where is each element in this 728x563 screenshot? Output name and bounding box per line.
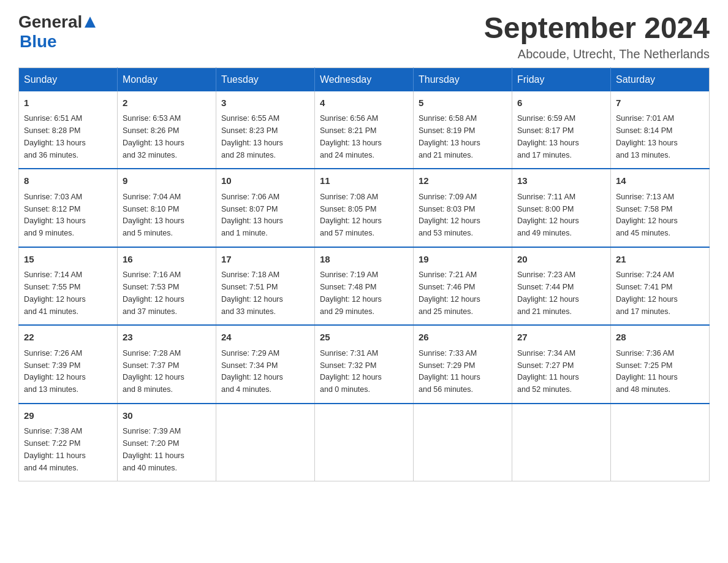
day-number: 23 bbox=[123, 331, 211, 345]
day-info: Sunrise: 7:19 AMSunset: 7:48 PMDaylight:… bbox=[320, 270, 382, 315]
day-number: 9 bbox=[123, 174, 211, 188]
day-info: Sunrise: 7:01 AMSunset: 8:14 PMDaylight:… bbox=[616, 114, 678, 159]
calendar-cell: 30 Sunrise: 7:39 AMSunset: 7:20 PMDaylig… bbox=[118, 404, 216, 481]
day-info: Sunrise: 7:18 AMSunset: 7:51 PMDaylight:… bbox=[221, 270, 283, 315]
calendar-cell: 22 Sunrise: 7:26 AMSunset: 7:39 PMDaylig… bbox=[19, 325, 118, 404]
calendar-cell: 20 Sunrise: 7:23 AMSunset: 7:44 PMDaylig… bbox=[512, 247, 611, 326]
calendar-cell: 13 Sunrise: 7:11 AMSunset: 8:00 PMDaylig… bbox=[512, 169, 611, 247]
day-number: 24 bbox=[221, 331, 309, 345]
calendar-cell: 3 Sunrise: 6:55 AMSunset: 8:23 PMDayligh… bbox=[216, 91, 315, 169]
calendar-cell: 21 Sunrise: 7:24 AMSunset: 7:41 PMDaylig… bbox=[611, 247, 710, 326]
logo-general: General bbox=[18, 12, 82, 32]
day-info: Sunrise: 7:04 AMSunset: 8:10 PMDaylight:… bbox=[123, 193, 184, 237]
day-number: 20 bbox=[517, 253, 605, 267]
logo-blue: Blue bbox=[20, 32, 57, 52]
day-number: 4 bbox=[320, 96, 408, 110]
day-number: 18 bbox=[320, 253, 408, 267]
calendar-header-row: Sunday Monday Tuesday Wednesday Thursday… bbox=[19, 67, 710, 91]
day-info: Sunrise: 7:38 AMSunset: 7:22 PMDaylight:… bbox=[24, 427, 86, 472]
col-tuesday: Tuesday bbox=[216, 67, 315, 91]
day-number: 14 bbox=[616, 174, 704, 188]
day-number: 12 bbox=[419, 174, 507, 188]
calendar-cell: 4 Sunrise: 6:56 AMSunset: 8:21 PMDayligh… bbox=[315, 91, 414, 169]
day-number: 6 bbox=[517, 96, 605, 110]
title-area: September 2024 Abcoude, Utrecht, The Net… bbox=[484, 12, 710, 61]
day-info: Sunrise: 7:26 AMSunset: 7:39 PMDaylight:… bbox=[24, 349, 86, 394]
day-info: Sunrise: 6:51 AMSunset: 8:28 PMDaylight:… bbox=[24, 114, 86, 159]
day-number: 21 bbox=[616, 253, 704, 267]
day-info: Sunrise: 7:24 AMSunset: 7:41 PMDaylight:… bbox=[616, 270, 678, 315]
calendar-cell: 23 Sunrise: 7:28 AMSunset: 7:37 PMDaylig… bbox=[118, 325, 216, 404]
day-info: Sunrise: 7:39 AMSunset: 7:20 PMDaylight:… bbox=[123, 427, 184, 472]
day-number: 3 bbox=[221, 96, 309, 110]
day-number: 27 bbox=[517, 331, 605, 345]
calendar-cell bbox=[315, 404, 414, 481]
location-title: Abcoude, Utrecht, The Netherlands bbox=[484, 47, 710, 61]
day-info: Sunrise: 7:08 AMSunset: 8:05 PMDaylight:… bbox=[320, 193, 382, 237]
day-number: 29 bbox=[24, 409, 112, 423]
day-info: Sunrise: 7:33 AMSunset: 7:29 PMDaylight:… bbox=[419, 349, 480, 394]
day-number: 19 bbox=[419, 253, 507, 267]
day-number: 10 bbox=[221, 174, 309, 188]
day-info: Sunrise: 7:31 AMSunset: 7:32 PMDaylight:… bbox=[320, 349, 382, 394]
day-number: 8 bbox=[24, 174, 112, 188]
day-info: Sunrise: 7:34 AMSunset: 7:27 PMDaylight:… bbox=[517, 349, 579, 394]
col-friday: Friday bbox=[512, 67, 611, 91]
calendar-cell: 2 Sunrise: 6:53 AMSunset: 8:26 PMDayligh… bbox=[118, 91, 216, 169]
calendar-cell: 27 Sunrise: 7:34 AMSunset: 7:27 PMDaylig… bbox=[512, 325, 611, 404]
calendar-cell: 26 Sunrise: 7:33 AMSunset: 7:29 PMDaylig… bbox=[414, 325, 512, 404]
calendar-cell: 1 Sunrise: 6:51 AMSunset: 8:28 PMDayligh… bbox=[19, 91, 118, 169]
calendar-cell bbox=[216, 404, 315, 481]
calendar-cell: 6 Sunrise: 6:59 AMSunset: 8:17 PMDayligh… bbox=[512, 91, 611, 169]
day-number: 25 bbox=[320, 331, 408, 345]
day-info: Sunrise: 7:06 AMSunset: 8:07 PMDaylight:… bbox=[221, 193, 283, 237]
calendar-week-row: 8 Sunrise: 7:03 AMSunset: 8:12 PMDayligh… bbox=[19, 169, 710, 247]
calendar-cell: 5 Sunrise: 6:58 AMSunset: 8:19 PMDayligh… bbox=[414, 91, 512, 169]
calendar-cell: 17 Sunrise: 7:18 AMSunset: 7:51 PMDaylig… bbox=[216, 247, 315, 326]
day-number: 7 bbox=[616, 96, 704, 110]
day-info: Sunrise: 6:55 AMSunset: 8:23 PMDaylight:… bbox=[221, 114, 283, 159]
logo: General Blue bbox=[18, 12, 97, 52]
day-info: Sunrise: 7:23 AMSunset: 7:44 PMDaylight:… bbox=[517, 270, 579, 315]
calendar-cell: 7 Sunrise: 7:01 AMSunset: 8:14 PMDayligh… bbox=[611, 91, 710, 169]
calendar-cell: 19 Sunrise: 7:21 AMSunset: 7:46 PMDaylig… bbox=[414, 247, 512, 326]
col-monday: Monday bbox=[118, 67, 216, 91]
day-number: 26 bbox=[419, 331, 507, 345]
day-info: Sunrise: 7:16 AMSunset: 7:53 PMDaylight:… bbox=[123, 270, 184, 315]
logo-icon bbox=[83, 15, 97, 29]
day-number: 1 bbox=[24, 96, 112, 110]
calendar-cell: 24 Sunrise: 7:29 AMSunset: 7:34 PMDaylig… bbox=[216, 325, 315, 404]
calendar-cell: 28 Sunrise: 7:36 AMSunset: 7:25 PMDaylig… bbox=[611, 325, 710, 404]
day-info: Sunrise: 7:21 AMSunset: 7:46 PMDaylight:… bbox=[419, 270, 480, 315]
calendar-cell bbox=[611, 404, 710, 481]
calendar-cell: 12 Sunrise: 7:09 AMSunset: 8:03 PMDaylig… bbox=[414, 169, 512, 247]
col-sunday: Sunday bbox=[19, 67, 118, 91]
col-thursday: Thursday bbox=[414, 67, 512, 91]
day-number: 16 bbox=[123, 253, 211, 267]
day-info: Sunrise: 7:09 AMSunset: 8:03 PMDaylight:… bbox=[419, 193, 480, 237]
day-info: Sunrise: 7:36 AMSunset: 7:25 PMDaylight:… bbox=[616, 349, 678, 394]
calendar-cell bbox=[512, 404, 611, 481]
calendar-week-row: 29 Sunrise: 7:38 AMSunset: 7:22 PMDaylig… bbox=[19, 404, 710, 481]
day-number: 17 bbox=[221, 253, 309, 267]
day-info: Sunrise: 7:28 AMSunset: 7:37 PMDaylight:… bbox=[123, 349, 184, 394]
day-info: Sunrise: 6:58 AMSunset: 8:19 PMDaylight:… bbox=[419, 114, 480, 159]
day-number: 15 bbox=[24, 253, 112, 267]
day-number: 13 bbox=[517, 174, 605, 188]
day-number: 28 bbox=[616, 331, 704, 345]
day-info: Sunrise: 7:13 AMSunset: 7:58 PMDaylight:… bbox=[616, 193, 678, 237]
calendar-cell: 18 Sunrise: 7:19 AMSunset: 7:48 PMDaylig… bbox=[315, 247, 414, 326]
calendar-cell: 25 Sunrise: 7:31 AMSunset: 7:32 PMDaylig… bbox=[315, 325, 414, 404]
calendar-table: Sunday Monday Tuesday Wednesday Thursday… bbox=[18, 67, 710, 482]
calendar-cell: 16 Sunrise: 7:16 AMSunset: 7:53 PMDaylig… bbox=[118, 247, 216, 326]
calendar-week-row: 15 Sunrise: 7:14 AMSunset: 7:55 PMDaylig… bbox=[19, 247, 710, 326]
day-number: 30 bbox=[123, 409, 211, 423]
svg-marker-0 bbox=[85, 17, 96, 28]
day-info: Sunrise: 6:56 AMSunset: 8:21 PMDaylight:… bbox=[320, 114, 382, 159]
day-number: 2 bbox=[123, 96, 211, 110]
calendar-cell: 29 Sunrise: 7:38 AMSunset: 7:22 PMDaylig… bbox=[19, 404, 118, 481]
col-saturday: Saturday bbox=[611, 67, 710, 91]
day-number: 5 bbox=[419, 96, 507, 110]
day-info: Sunrise: 7:29 AMSunset: 7:34 PMDaylight:… bbox=[221, 349, 283, 394]
calendar-cell bbox=[414, 404, 512, 481]
